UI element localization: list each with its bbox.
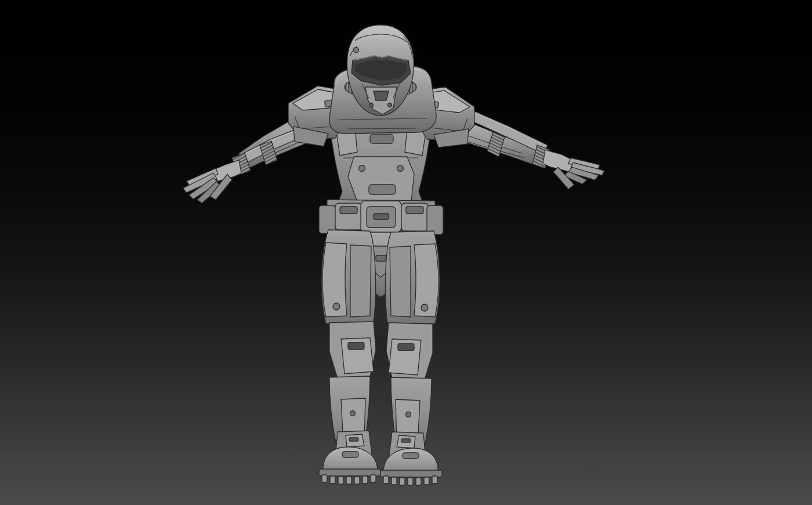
- belt-pouch-right-outer: [427, 205, 443, 235]
- right-leg-armor: [380, 231, 442, 485]
- boot-treads-right: [383, 476, 437, 485]
- right-hand: [543, 150, 604, 189]
- left-hand: [183, 160, 241, 203]
- character-model: [0, 0, 812, 505]
- sculpt-viewport[interactable]: [0, 0, 812, 505]
- sternum-vent: [370, 135, 393, 143]
- left-boot: [319, 431, 380, 484]
- belt-pouch-left-outer: [319, 205, 335, 233]
- left-leg-armor: [319, 230, 380, 484]
- chin-vent: [374, 91, 389, 100]
- right-boot: [380, 432, 442, 485]
- helmet-side-bolt: [354, 48, 359, 53]
- boot-treads-left: [322, 475, 376, 484]
